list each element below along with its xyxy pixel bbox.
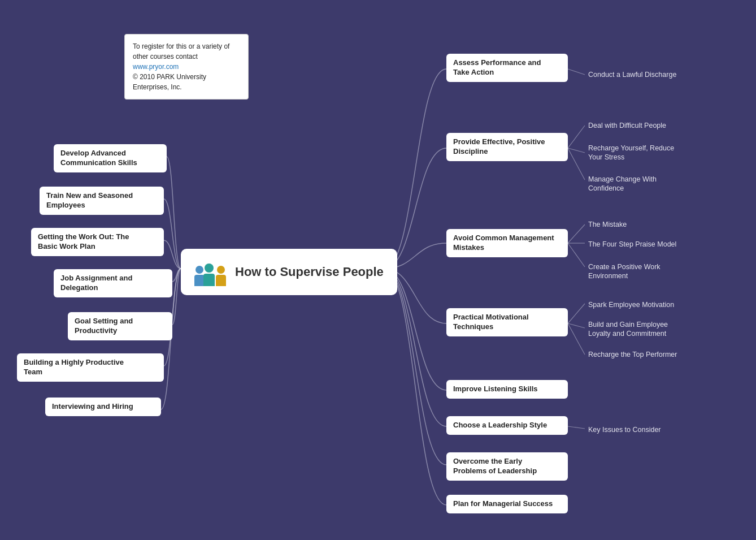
people-icon xyxy=(194,258,228,286)
info-box: To register for this or a variety of oth… xyxy=(124,34,249,100)
svg-line-7 xyxy=(568,304,585,323)
node-goal: Goal Setting andProductivity xyxy=(68,312,172,340)
leaf-recharge2: Recharge the Top Performer xyxy=(585,348,681,361)
leaf-recharge1: Recharge Yourself, Reduce Your Stress xyxy=(585,141,678,165)
node-improve: Improve Listening Skills xyxy=(446,380,568,399)
leaf-fourstep: The Four Step Praise Model xyxy=(585,237,680,251)
svg-line-2 xyxy=(568,148,585,153)
node-choose: Choose a Leadership Style xyxy=(446,416,568,435)
node-job: Job Assignment andDelegation xyxy=(54,269,172,297)
info-text: To register for this or a variety of oth… xyxy=(133,42,229,91)
node-building: Building a Highly ProductiveTeam xyxy=(17,353,164,382)
node-overcome: Overcome the EarlyProblems of Leadership xyxy=(446,452,568,481)
leaf-spark: Spark Employee Motivation xyxy=(585,298,677,312)
node-getting: Getting the Work Out: TheBasic Work Plan xyxy=(31,228,164,256)
leaf-conduct: Conduct a Lawful Discharge xyxy=(585,68,680,81)
leaf-keyissues: Key Issues to Consider xyxy=(585,423,664,437)
svg-line-8 xyxy=(568,323,585,328)
leaf-mistake: The Mistake xyxy=(585,218,630,231)
svg-line-4 xyxy=(568,224,585,243)
info-link[interactable]: www.pryor.com xyxy=(133,63,179,71)
node-develop: Develop AdvancedCommunication Skills xyxy=(54,144,167,172)
svg-line-3 xyxy=(568,148,585,180)
node-avoid: Avoid Common ManagementMistakes xyxy=(446,229,568,257)
node-practical: Practical MotivationalTechniques xyxy=(446,308,568,336)
node-provide: Provide Effective, PositiveDiscipline xyxy=(446,133,568,161)
center-node: How to Supervise People xyxy=(181,249,397,295)
leaf-deal: Deal with Difficult People xyxy=(585,119,670,132)
node-plan: Plan for Managerial Success xyxy=(446,495,568,513)
leaf-build: Build and Gain Employee Loyalty and Comm… xyxy=(585,318,684,341)
leaf-positive: Create a Positive Work Environment xyxy=(585,260,678,283)
node-interviewing: Interviewing and Hiring xyxy=(45,398,161,416)
node-train: Train New and SeasonedEmployees xyxy=(40,187,164,215)
svg-line-0 xyxy=(568,69,585,75)
svg-line-1 xyxy=(568,126,585,148)
svg-line-10 xyxy=(568,426,585,429)
leaf-manage: Manage Change With Confidence xyxy=(585,172,672,196)
svg-line-9 xyxy=(568,323,585,355)
node-assess: Assess Performance andTake Action xyxy=(446,54,568,82)
center-label: How to Supervise People xyxy=(235,264,384,280)
svg-line-6 xyxy=(568,243,585,267)
